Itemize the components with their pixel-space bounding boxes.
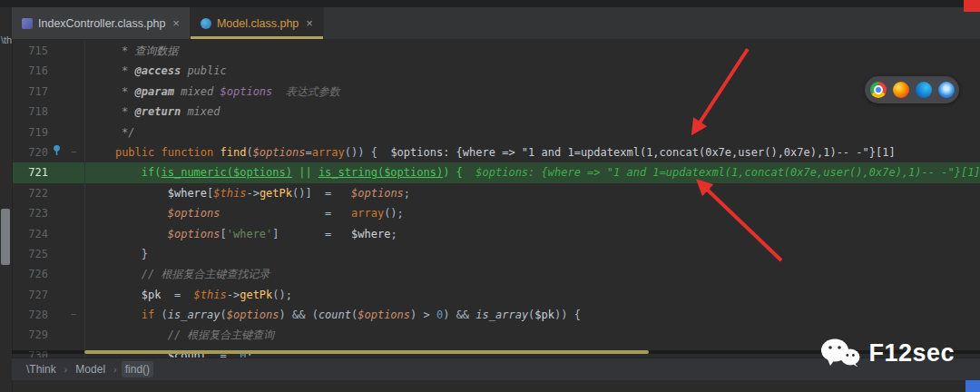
code-token: @param <box>135 85 174 98</box>
line-number[interactable]: 717 <box>12 82 48 102</box>
code-line-725[interactable]: 725 } <box>12 244 980 264</box>
line-number[interactable]: 718 <box>12 102 48 122</box>
line-number[interactable]: 721 <box>12 162 48 182</box>
code-token: -> <box>246 187 259 200</box>
line-number[interactable]: 728 <box>12 305 48 325</box>
code-token: public function <box>115 146 220 159</box>
line-number[interactable]: 723 <box>12 203 48 223</box>
code-text: * @param mixed $options 表达式参数 <box>85 82 980 102</box>
code-token: * 查询数据 <box>89 44 179 57</box>
code-token: ; <box>404 187 410 200</box>
line-number[interactable]: 726 <box>12 264 48 284</box>
code-token: array <box>312 146 345 159</box>
code-line-726[interactable]: 726 // 根据复合主键查找记录 <box>12 264 980 284</box>
left-strip-handle[interactable] <box>1 209 10 265</box>
code-text: if (is_array($options) && (count($option… <box>85 305 980 325</box>
code-token: = <box>161 289 193 301</box>
code-token: -> <box>227 289 240 301</box>
fold-icon[interactable]: − <box>64 142 83 162</box>
code-editor[interactable]: 715 * 查询数据716 * @access public717 * @par… <box>12 39 980 358</box>
line-number[interactable]: 716 <box>12 61 48 81</box>
code-line-720[interactable]: 720− public function find($options=array… <box>12 142 980 162</box>
code-token: * <box>89 64 135 77</box>
bookmark-icon[interactable] <box>48 142 64 162</box>
code-line-719[interactable]: 719 */ <box>12 122 980 142</box>
close-icon[interactable]: × <box>306 17 313 29</box>
code-line-723[interactable]: 723 $options = array(); <box>12 203 980 223</box>
gutter-icon-slot <box>48 305 64 325</box>
gutter: 729 <box>12 325 85 345</box>
code-text: } <box>85 244 980 264</box>
code-token: $options <box>220 85 273 98</box>
fold-icon[interactable]: − <box>64 305 83 325</box>
tab-model[interactable]: Model.class.php × <box>191 7 324 39</box>
firefox-icon[interactable] <box>893 82 909 98</box>
code-token: (); <box>384 207 404 220</box>
code-token: ( <box>154 309 167 321</box>
code-token: ()] = <box>292 187 351 200</box>
code-token <box>89 207 168 220</box>
breadcrumb-item-think[interactable]: \Think <box>23 361 60 377</box>
code-token: @return <box>135 105 181 118</box>
code-line-718[interactable]: 718 * @return mixed <box>12 102 980 122</box>
breadcrumb-item-find[interactable]: find() <box>122 361 153 377</box>
code-token <box>89 289 142 301</box>
code-line-727[interactable]: 727 $pk = $this->getPk(); <box>12 285 980 305</box>
code-token: */ <box>89 126 135 139</box>
code-line-722[interactable]: 722 $where[$this->getPk()] = $options; <box>12 183 980 203</box>
edge-icon[interactable] <box>916 82 932 98</box>
code-token: $options: {where => "1 and 1=updatexml(1… <box>475 166 980 179</box>
code-line-717[interactable]: 717 * @param mixed $options 表达式参数 <box>12 82 980 102</box>
line-number[interactable]: 729 <box>12 325 48 345</box>
horizontal-scrollbar-thumb[interactable] <box>84 350 649 354</box>
code-token: $options: {where => "1 and 1=updatexml(1… <box>390 146 895 159</box>
gutter: 715 <box>12 41 85 61</box>
code-token: = <box>305 146 311 159</box>
gutter: 716 <box>12 61 85 81</box>
code-line-715[interactable]: 715 * 查询数据 <box>12 41 980 61</box>
php-class-icon <box>201 18 211 29</box>
line-number[interactable]: 720 <box>12 142 48 162</box>
gutter-icon-slot <box>48 82 64 102</box>
gutter: 721 <box>12 162 85 182</box>
line-number[interactable]: 724 <box>12 224 48 244</box>
code-token: ( <box>246 146 252 159</box>
line-number[interactable]: 727 <box>12 285 48 305</box>
line-number[interactable]: 725 <box>12 244 48 264</box>
code-token: ) && ( <box>279 309 318 321</box>
breadcrumb-item-model[interactable]: Model <box>72 361 109 377</box>
code-line-721[interactable]: 721 if(is_numeric($options) || is_string… <box>12 162 980 182</box>
code-line-724[interactable]: 724 $options['where'] = $where; <box>12 224 980 244</box>
code-token <box>89 309 142 321</box>
gutter-icon-slot <box>48 183 64 203</box>
close-icon[interactable]: × <box>172 17 180 29</box>
code-token: $options <box>168 207 220 220</box>
code-line-716[interactable]: 716 * @access public <box>12 61 980 81</box>
corner-marker-blue <box>965 380 980 392</box>
gutter: 725 <box>12 244 85 264</box>
code-token: 'where' <box>227 228 273 240</box>
tab-indexcontroller[interactable]: IndexController.class.php × <box>12 7 191 39</box>
code-text: * @access public <box>85 61 980 81</box>
code-text: $options = array(); <box>85 203 980 223</box>
safari-icon[interactable] <box>938 82 955 98</box>
gutter-icon-slot <box>48 61 64 81</box>
chrome-icon[interactable] <box>870 82 887 98</box>
gutter-icon-slot <box>48 325 64 345</box>
line-number[interactable]: 722 <box>12 183 48 203</box>
gutter: 723 <box>12 203 85 223</box>
code-token: is_array <box>168 309 220 321</box>
code-text: if(is_numeric($options) || is_string($op… <box>85 162 980 182</box>
code-token: ) > <box>410 309 436 321</box>
line-number[interactable]: 719 <box>12 122 48 142</box>
gutter-icon-slot <box>48 41 64 61</box>
gutter: 722 <box>12 183 85 203</box>
code-token: @access <box>135 64 181 77</box>
code-line-728[interactable]: 728− if (is_array($options) && (count($o… <box>12 305 980 325</box>
code-text: // 根据复合主键查找记录 <box>85 264 980 284</box>
code-token: || <box>292 166 318 179</box>
line-number[interactable]: 715 <box>12 41 48 61</box>
gutter: 720− <box>12 142 85 162</box>
fold-slot <box>64 224 83 244</box>
code-token: // 根据复合主键查找记录 <box>89 268 270 280</box>
